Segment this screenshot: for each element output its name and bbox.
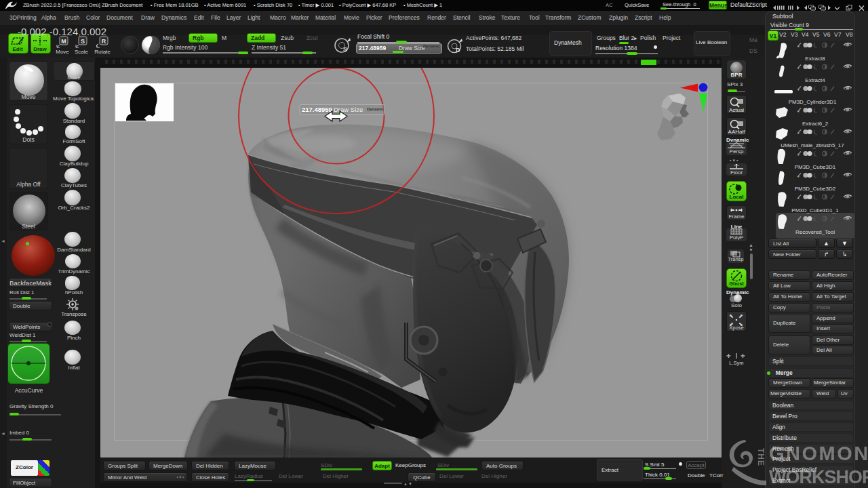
svg-text:Persp: Persp	[730, 148, 744, 154]
svg-text:217.48959: 217.48959	[302, 106, 332, 113]
svg-text:✛: ✛	[726, 353, 731, 359]
svg-text:Transp: Transp	[728, 256, 743, 262]
svg-text:Frame: Frame	[728, 214, 745, 220]
svg-text:✛: ✛	[741, 353, 745, 359]
svg-text:S: S	[343, 46, 347, 53]
svg-text:S: S	[81, 38, 85, 45]
svg-text:D: D	[456, 47, 460, 54]
svg-text:Move: Move	[56, 49, 69, 55]
svg-text:Rotate: Rotate	[94, 49, 111, 55]
svg-text:R: R	[102, 38, 106, 45]
svg-text:⬈: ⬈	[738, 313, 743, 319]
svg-text:Scale: Scale	[75, 49, 89, 55]
svg-text:Floor: Floor	[730, 169, 743, 175]
svg-text:Xpose: Xpose	[729, 325, 743, 331]
svg-text:Ghost: Ghost	[729, 281, 744, 287]
svg-text:⬉: ⬉	[729, 313, 734, 319]
svg-text:L.Sym: L.Sym	[729, 360, 743, 366]
svg-text:Dynamic: Dynamic	[367, 107, 384, 111]
svg-text:AAHalf: AAHalf	[728, 129, 746, 135]
svg-text:Actual: Actual	[729, 107, 744, 113]
svg-text:M: M	[61, 38, 66, 45]
svg-text:Draw Size: Draw Size	[334, 106, 363, 113]
svg-text:Draw: Draw	[33, 46, 47, 52]
svg-text:PolyF: PolyF	[730, 235, 744, 240]
svg-text:Local: Local	[730, 194, 744, 200]
svg-text:Edit: Edit	[12, 46, 22, 52]
